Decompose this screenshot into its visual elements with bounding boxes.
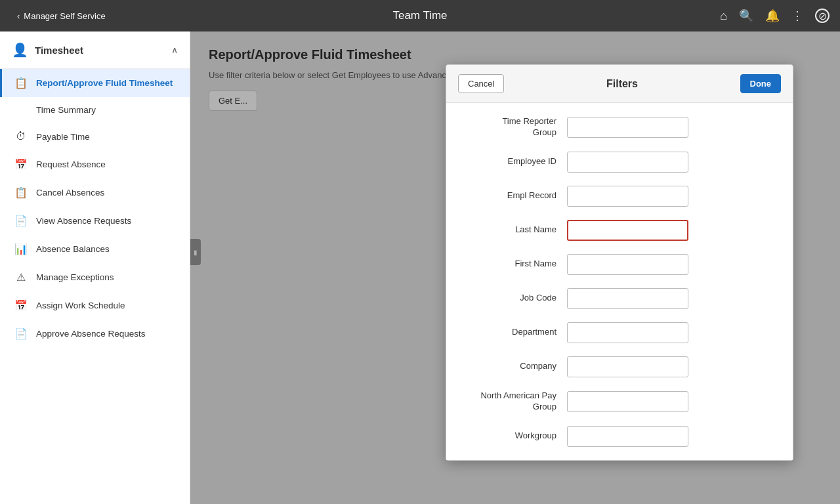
filter-row-company: Company 🔍 <box>446 350 793 384</box>
cancel-absences-icon: 📋 <box>14 186 28 199</box>
north-american-pay-group-input[interactable] <box>568 392 688 411</box>
filter-row-first-name: First Name 🔍 <box>446 247 793 282</box>
back-button[interactable]: ‹ Manager Self Service <box>10 9 112 24</box>
first-name-input-wrap: 🔍 <box>567 254 688 275</box>
filter-row-empl-record: Empl Record 🔍 <box>446 179 793 213</box>
manage-exceptions-icon: ⚠ <box>14 271 28 284</box>
department-input-wrap: 🔍 <box>567 322 688 343</box>
circle-slash-icon[interactable]: ⊘ <box>815 9 830 23</box>
sidebar-item-label: Manage Exceptions <box>36 272 114 282</box>
job-code-label: Job Code <box>462 293 567 304</box>
time-reporter-group-label: Time ReporterGroup <box>462 116 567 138</box>
sidebar-item-payable-time[interactable]: ⏱ Payable Time <box>0 123 190 150</box>
modal-title: Filters <box>504 78 740 90</box>
sidebar-item-absence-balances[interactable]: 📊 Absence Balances <box>0 235 190 263</box>
navbar-title: Team Time <box>392 9 447 22</box>
workgroup-input-wrap: 🔍 <box>567 426 688 447</box>
empl-record-input-wrap: 🔍 <box>567 186 688 207</box>
navbar: ‹ Manager Self Service Team Time ⌂ 🔍 🔔 ⋮… <box>0 0 840 32</box>
workgroup-label: Workgroup <box>462 430 567 442</box>
main-content: Report/Approve Fluid Timesheet Use filte… <box>190 32 840 504</box>
sidebar-item-label: Time Summary <box>36 105 96 115</box>
more-icon[interactable]: ⋮ <box>791 9 803 23</box>
filters-modal: Cancel Filters Done Time ReporterGroup 🔍… <box>446 64 793 461</box>
home-icon[interactable]: ⌂ <box>720 9 727 23</box>
payable-time-icon: ⏱ <box>14 131 28 142</box>
request-absence-icon: 📅 <box>14 158 28 171</box>
sidebar-item-label: Approve Absence Requests <box>36 329 146 339</box>
north-american-pay-group-label: North American PayGroup <box>462 390 567 413</box>
empl-record-input[interactable] <box>568 186 688 206</box>
sidebar-collapse-icon[interactable]: ∧ <box>171 45 178 55</box>
filter-row-employee-id: Employee ID 🔍 <box>446 145 793 179</box>
sidebar-item-cancel-absences[interactable]: 📋 Cancel Absences <box>0 178 190 207</box>
sidebar-item-label: Payable Time <box>36 132 90 142</box>
sidebar-item-label: Assign Work Schedule <box>36 301 125 310</box>
sidebar-item-view-absence-requests[interactable]: 📄 View Absence Requests <box>0 207 190 235</box>
sidebar-item-assign-work-schedule[interactable]: 📅 Assign Work Schedule <box>0 291 190 320</box>
timesheet-icon: 👤 <box>12 42 28 58</box>
empl-record-label: Empl Record <box>462 190 567 201</box>
filter-row-workgroup: Workgroup 🔍 <box>446 419 793 453</box>
sidebar-item-time-summary[interactable]: Time Summary <box>0 97 190 123</box>
company-input[interactable] <box>568 357 688 377</box>
done-button[interactable]: Done <box>740 74 782 93</box>
modal-header: Cancel Filters Done <box>446 65 793 103</box>
sidebar-item-manage-exceptions[interactable]: ⚠ Manage Exceptions <box>0 263 190 291</box>
last-name-input-wrap: 🔍 <box>567 220 688 241</box>
sidebar-item-label: Absence Balances <box>36 244 110 254</box>
sidebar-section-title: 👤 Timesheet <box>12 42 83 58</box>
modal-body: Time ReporterGroup 🔍 Employee ID 🔍 <box>446 103 793 460</box>
absence-balances-icon: 📊 <box>14 243 28 255</box>
sidebar: 👤 Timesheet ∧ 📋 Report/Approve Fluid Tim… <box>0 32 190 504</box>
chevron-left-icon: ‹ <box>17 11 20 21</box>
time-reporter-group-input[interactable] <box>568 117 688 137</box>
filter-row-job-code: Job Code 🔍 <box>446 282 793 316</box>
time-reporter-group-input-wrap: 🔍 <box>567 117 688 138</box>
filter-row-last-name: Last Name 🔍 <box>446 213 793 247</box>
sidebar-item-approve-absence-requests[interactable]: 📄 Approve Absence Requests <box>0 320 190 348</box>
back-label: Manager Self Service <box>24 11 105 21</box>
department-label: Department <box>462 327 567 338</box>
employee-id-input-wrap: 🔍 <box>567 152 688 173</box>
report-approve-icon: 📋 <box>14 77 28 89</box>
sidebar-item-label: Report/Approve Fluid Timesheet <box>36 78 173 88</box>
employee-id-input[interactable] <box>568 152 688 172</box>
filter-row-department: Department 🔍 <box>446 316 793 350</box>
cancel-button[interactable]: Cancel <box>458 74 504 93</box>
navbar-icons: ⌂ 🔍 🔔 ⋮ ⊘ <box>720 9 830 23</box>
job-code-input[interactable] <box>568 289 688 308</box>
layout: 👤 Timesheet ∧ 📋 Report/Approve Fluid Tim… <box>0 32 840 504</box>
last-name-label: Last Name <box>462 224 567 236</box>
bell-icon[interactable]: 🔔 <box>765 9 780 23</box>
sidebar-item-label: Cancel Absences <box>36 188 104 198</box>
sidebar-item-request-absence[interactable]: 📅 Request Absence <box>0 150 190 178</box>
sidebar-item-report-approve[interactable]: 📋 Report/Approve Fluid Timesheet <box>0 69 190 97</box>
sidebar-item-label: Request Absence <box>36 159 106 169</box>
filter-row-north-american-pay-group: North American PayGroup 🔍 <box>446 384 793 419</box>
first-name-input[interactable] <box>568 255 688 274</box>
sidebar-header: 👤 Timesheet ∧ <box>0 32 190 69</box>
workgroup-input[interactable] <box>568 427 688 446</box>
last-name-input[interactable] <box>568 221 688 240</box>
sidebar-item-label: View Absence Requests <box>36 216 131 226</box>
search-icon[interactable]: 🔍 <box>739 9 753 23</box>
department-input[interactable] <box>568 323 688 343</box>
company-input-wrap: 🔍 <box>567 356 688 377</box>
assign-work-schedule-icon: 📅 <box>14 299 28 312</box>
north-american-pay-group-input-wrap: 🔍 <box>567 391 688 412</box>
company-label: Company <box>462 361 567 372</box>
view-absence-requests-icon: 📄 <box>14 215 28 227</box>
approve-absence-requests-icon: 📄 <box>14 327 28 340</box>
filter-row-time-reporter-group: Time ReporterGroup 🔍 <box>446 110 793 145</box>
job-code-input-wrap: 🔍 <box>567 288 688 309</box>
employee-id-label: Employee ID <box>462 156 567 167</box>
first-name-label: First Name <box>462 259 567 270</box>
